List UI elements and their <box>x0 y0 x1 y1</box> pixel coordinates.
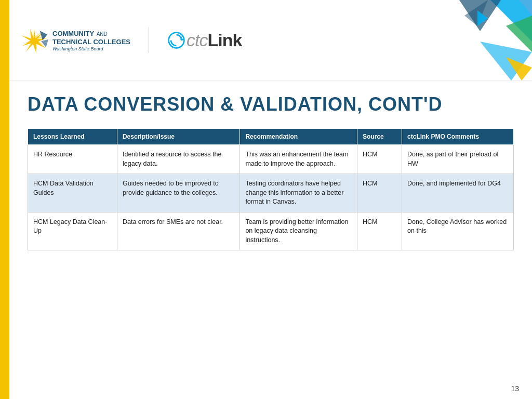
ctclink-name: ctcLink <box>187 30 242 50</box>
header-lessons: Lessons Learned <box>28 129 117 145</box>
row2-recommendation: Testing coordinators have helped change … <box>240 174 357 212</box>
table-row: HCM Legacy Data Clean-Up Data errors for… <box>28 212 514 250</box>
row2-description: Guides needed to be improved to provide … <box>117 174 240 212</box>
header-comments: ctcLink PMO Comments <box>402 129 514 145</box>
org-name: COMMUNITY AND TECHNICAL COLLEGES Washing… <box>52 28 130 52</box>
org-name-line2: TECHNICAL COLLEGES <box>52 38 130 46</box>
ctc-part: ctc <box>187 30 207 50</box>
sbctc-logo: COMMUNITY AND TECHNICAL COLLEGES Washing… <box>20 26 130 55</box>
row1-source: HCM <box>357 145 402 174</box>
table-row: HR Resource Identified a resource to acc… <box>28 145 514 174</box>
page-title: DATA CONVERSION & VALIDATION, CONT'D <box>28 94 514 115</box>
header-recommendation: Recommendation <box>240 129 357 145</box>
org-subtitle: Washington State Board <box>52 46 130 52</box>
row1-comments: Done, as part of their preload of HW <box>402 145 514 174</box>
link-part: Link <box>207 30 242 50</box>
table-row: HCM Data Validation Guides Guides needed… <box>28 174 514 212</box>
row3-source: HCM <box>357 212 402 250</box>
decorative-triangles <box>387 0 532 81</box>
row3-recommendation: Team is providing better information on … <box>240 212 357 250</box>
footer: 13 <box>9 378 532 399</box>
ctclink-logo-icon <box>167 31 185 49</box>
row2-source: HCM <box>357 174 402 212</box>
table-header-row: Lessons Learned Description/Issue Recomm… <box>28 129 514 145</box>
main-content: DATA CONVERSION & VALIDATION, CONT'D Les… <box>9 81 532 378</box>
logo-divider <box>149 27 149 53</box>
row3-description: Data errors for SMEs are not clear. <box>117 212 240 250</box>
row1-description: Identified a resource to access the lega… <box>117 145 240 174</box>
header-description: Description/Issue <box>117 129 240 145</box>
page-number: 13 <box>511 384 519 393</box>
row1-lessons: HR Resource <box>28 145 117 174</box>
row2-comments: Done, and implemented for DG4 <box>402 174 514 212</box>
svg-marker-7 <box>506 16 532 52</box>
row3-lessons: HCM Legacy Data Clean-Up <box>28 212 117 250</box>
org-name-line1: COMMUNITY AND <box>52 28 130 38</box>
left-accent-bar <box>0 0 9 399</box>
row3-comments: Done, College Advisor has worked on this <box>402 212 514 250</box>
data-table: Lessons Learned Description/Issue Recomm… <box>28 128 514 250</box>
ctclink-logo: ctcLink <box>167 30 242 50</box>
row1-recommendation: This was an enhancement the team made to… <box>240 145 357 174</box>
triangles-svg <box>387 0 532 81</box>
row2-lessons: HCM Data Validation Guides <box>28 174 117 212</box>
sbctc-logo-icon <box>20 26 48 55</box>
header-source: Source <box>357 129 402 145</box>
